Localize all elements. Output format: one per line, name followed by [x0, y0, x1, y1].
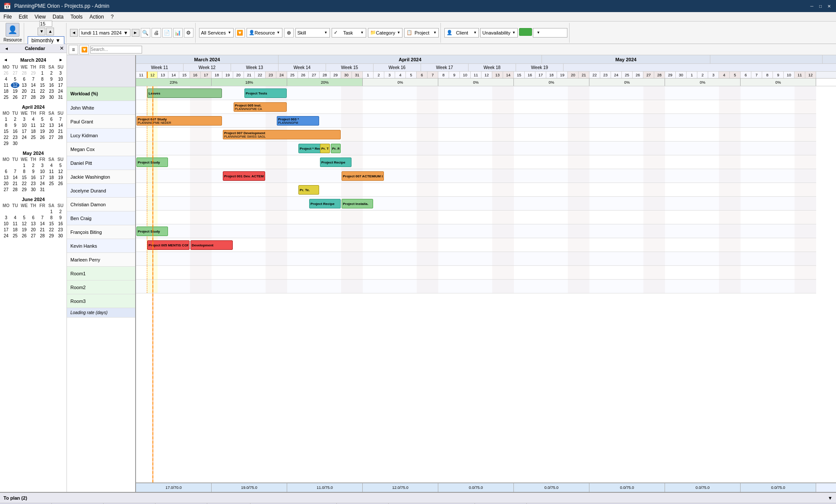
cal-day[interactable]: 23: [47, 88, 56, 94]
minimize-button[interactable]: ─: [808, 3, 815, 9]
cal-day[interactable]: 8: [20, 169, 28, 174]
cal-day[interactable]: 4: [29, 117, 38, 122]
cal-day[interactable]: 23: [56, 227, 65, 233]
cal-day[interactable]: 28: [11, 187, 19, 192]
cal-day[interactable]: 21: [11, 181, 19, 186]
gantt-task[interactable]: Project Study: [136, 227, 168, 236]
cal-day[interactable]: 9: [11, 123, 19, 128]
bottom-panel-collapse[interactable]: ▼: [828, 495, 833, 501]
cal-day[interactable]: 31: [38, 187, 47, 192]
gantt-filter-button[interactable]: 🔽: [79, 45, 89, 54]
cal-day[interactable]: 11: [2, 82, 10, 88]
cal-day[interactable]: 13: [29, 221, 38, 227]
cal-day[interactable]: 15: [38, 82, 47, 88]
menu-edit[interactable]: Edit: [15, 12, 31, 22]
cal-day[interactable]: 27: [47, 135, 56, 140]
gantt-view-button[interactable]: ≡: [69, 45, 78, 54]
cal-day[interactable]: 18: [2, 88, 10, 94]
gantt-task[interactable]: Project 001 Dev. ACTEMIUM LILLE: [223, 171, 265, 181]
cal-day[interactable]: 13: [20, 82, 28, 88]
resource-add-button[interactable]: ⊕: [284, 28, 294, 38]
cal-day[interactable]: 27: [11, 70, 19, 76]
cal-day[interactable]: 5: [38, 117, 47, 122]
cal-day[interactable]: 16: [47, 82, 56, 88]
cal-day[interactable]: 13: [2, 175, 10, 180]
cal-day[interactable]: 26: [20, 233, 28, 239]
unavailability-filter[interactable]: Unavailability▼: [480, 28, 518, 38]
cal-day[interactable]: 8: [47, 215, 56, 220]
cal-day[interactable]: 19: [38, 129, 47, 134]
chart-button[interactable]: 📊: [173, 28, 183, 38]
cal-day[interactable]: 5: [56, 163, 65, 168]
cal-day[interactable]: [29, 209, 38, 214]
cal-day[interactable]: 16: [11, 129, 19, 134]
cal-day[interactable]: 22: [2, 135, 10, 140]
cal-day[interactable]: 5: [11, 76, 19, 82]
cal-day[interactable]: 16: [29, 175, 38, 180]
cal-day[interactable]: 27: [2, 187, 10, 192]
cal-day[interactable]: 20: [47, 129, 56, 134]
cal-day[interactable]: 24: [20, 135, 28, 140]
cal-day[interactable]: 8: [38, 76, 47, 82]
client-filter[interactable]: 👤Client▼: [444, 28, 479, 38]
gantt-task[interactable]: Project 003 *PLANNINGPM: [277, 116, 319, 126]
cal-day[interactable]: 20: [29, 227, 38, 233]
prev-button[interactable]: ◄: [70, 29, 78, 37]
cal-day[interactable]: 17: [56, 82, 65, 88]
cal-day[interactable]: 6: [29, 215, 38, 220]
cal-day[interactable]: 11: [47, 169, 56, 174]
cal-day[interactable]: 14: [56, 123, 65, 128]
cal-day[interactable]: 20: [2, 181, 10, 186]
cal-day[interactable]: 26: [38, 135, 47, 140]
gantt-task[interactable]: Project 005 MENTIS CONSULTING: [147, 240, 190, 250]
cal-day[interactable]: 19: [56, 175, 65, 180]
cal-day[interactable]: 15: [20, 175, 28, 180]
cal-day[interactable]: [2, 163, 10, 168]
cal-day[interactable]: 25: [47, 181, 56, 186]
gantt-task[interactable]: Project 007 DevelopmentPLANNINGPME SWISS…: [223, 130, 341, 139]
gantt-task[interactable]: Leaves: [147, 88, 222, 98]
gantt-task[interactable]: Project Recipe: [320, 158, 352, 167]
cal-day[interactable]: 22: [47, 227, 56, 233]
cal-day[interactable]: 14: [29, 82, 38, 88]
skill-filter[interactable]: Skill▼: [295, 28, 330, 38]
cal-day[interactable]: 22: [38, 88, 47, 94]
cal-day[interactable]: 21: [38, 227, 47, 233]
cal-day[interactable]: 6: [20, 76, 28, 82]
gantt-task[interactable]: Project Recipe: [309, 199, 341, 208]
cal-day[interactable]: 7: [38, 215, 47, 220]
cal-day[interactable]: 10: [2, 221, 10, 227]
cal-day[interactable]: 30: [47, 94, 56, 100]
cal-day[interactable]: 10: [20, 123, 28, 128]
cal-day[interactable]: 29: [2, 141, 10, 146]
cal-day[interactable]: 9: [47, 76, 56, 82]
cal-day[interactable]: 31: [56, 94, 65, 100]
cal-day[interactable]: 15: [2, 129, 10, 134]
cal-day[interactable]: 29: [29, 70, 38, 76]
filter-icon[interactable]: 🔽: [235, 28, 245, 38]
maximize-button[interactable]: □: [817, 3, 824, 9]
cal-day[interactable]: 21: [29, 88, 38, 94]
cal-day[interactable]: 2: [11, 117, 19, 122]
cal-day[interactable]: 2: [47, 70, 56, 76]
gantt-task[interactable]: Project Tests: [244, 88, 287, 98]
cal-day[interactable]: 25: [29, 135, 38, 140]
menu-help[interactable]: ?: [108, 12, 117, 22]
cal-day[interactable]: 6: [2, 169, 10, 174]
march-next[interactable]: ►: [59, 57, 63, 62]
cal-day[interactable]: 4: [47, 163, 56, 168]
cal-day[interactable]: 15: [47, 221, 56, 227]
cal-day[interactable]: 3: [20, 117, 28, 122]
cal-day[interactable]: 28: [56, 135, 65, 140]
cal-day[interactable]: 25: [2, 94, 10, 100]
toggle-dropdown[interactable]: ▼: [533, 28, 567, 38]
zoom-input[interactable]: [39, 21, 52, 27]
cal-day[interactable]: 2: [29, 163, 38, 168]
cal-day[interactable]: 28: [38, 233, 47, 239]
gantt-task[interactable]: Project 007 ACTEMIUM L.: [342, 171, 384, 181]
menu-file[interactable]: File: [0, 12, 15, 22]
gantt-task[interactable]: Project 005 Inst.PLANNINGPME CA: [234, 102, 287, 112]
print-button[interactable]: 🖨: [152, 28, 161, 38]
cal-day[interactable]: 8: [2, 123, 10, 128]
zoom-up-button[interactable]: ▲: [46, 28, 54, 35]
